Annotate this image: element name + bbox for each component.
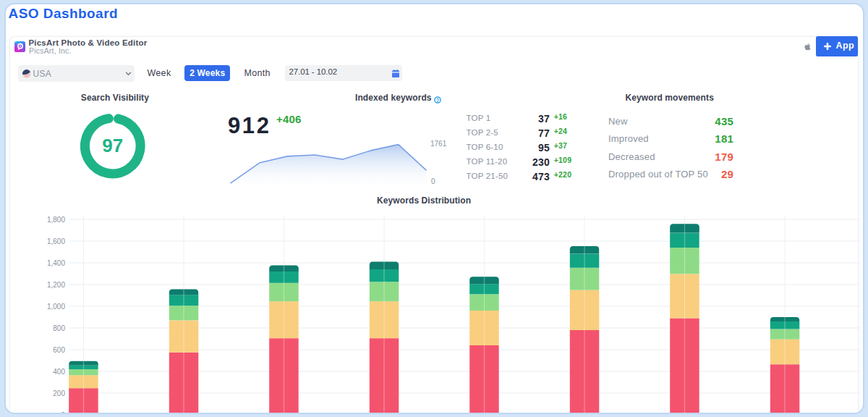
svg-text:400: 400 bbox=[53, 368, 65, 376]
svg-text:600: 600 bbox=[53, 346, 65, 354]
svg-text:0: 0 bbox=[61, 411, 65, 415]
svg-text:1,000: 1,000 bbox=[47, 303, 65, 311]
svg-text:800: 800 bbox=[53, 324, 65, 332]
svg-text:1,200: 1,200 bbox=[47, 281, 65, 289]
svg-text:200: 200 bbox=[53, 389, 65, 397]
svg-text:1,400: 1,400 bbox=[47, 259, 65, 267]
svg-text:1,800: 1,800 bbox=[47, 216, 65, 224]
svg-text:1,600: 1,600 bbox=[47, 237, 65, 245]
